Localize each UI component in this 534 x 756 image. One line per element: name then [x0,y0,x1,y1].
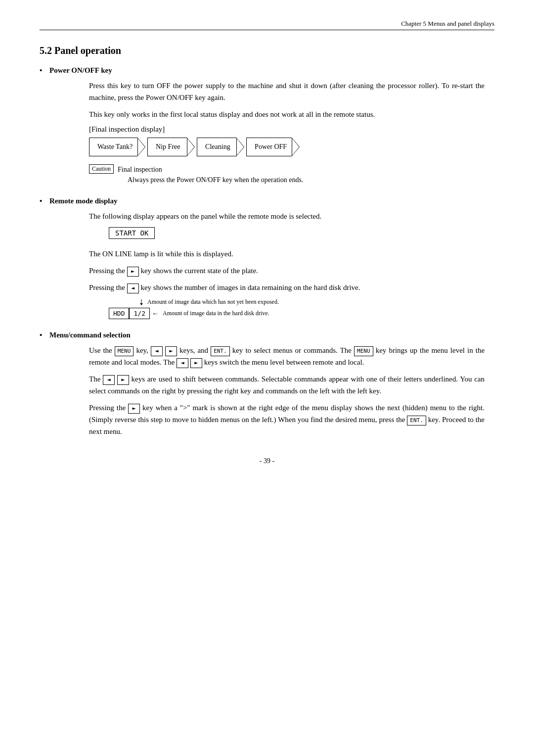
flow-box-4: Power OFF [246,138,292,156]
hdd-note: Amount of image data in the hard disk dr… [163,310,269,317]
flow-arrow-3 [236,138,244,156]
menu-command-section: Menu/command selection Use the MENU key,… [40,331,494,437]
left-key-3: ◄ [177,358,188,368]
right-key-1: ► [127,267,139,277]
power-para2: This key only works in the first local s… [89,108,485,120]
remote-mode-heading: Remote mode display [40,197,494,205]
page-number: - 39 - [40,457,494,465]
caution-heading: Final inspection [118,164,303,175]
power-onoff-heading: Power ON/OFF key [40,66,494,75]
right-key-4: ► [117,375,129,385]
svg-marker-1 [140,303,143,305]
menu-para3: Pressing the ► key when a ">" mark is sh… [89,402,485,437]
menu-para2: The ◄ ► keys are used to shift between c… [89,373,485,397]
caution-box: Caution [89,164,114,174]
ent-key-1: ENT. [211,346,230,356]
start-ok-box: START OK [109,227,155,239]
menu-command-heading: Menu/command selection [40,331,494,339]
hdd-label: HDD [109,308,129,319]
remote-para3: Pressing the ► key shows the current sta… [89,265,485,277]
right-key-3: ► [190,358,202,368]
hdd-box-row: HDD 1/2 ← Amount of image data in the ha… [109,308,494,319]
hdd-diagram: Amount of image data which has not yet b… [109,298,494,319]
remote-para2: The ON LINE lamp is lit while this is di… [89,248,485,260]
right-key-2: ► [165,346,177,356]
section-title: 5.2 Panel operation [40,45,494,56]
power-para1: Press this key to turn OFF the power sup… [89,80,485,103]
left-key-4: ◄ [103,375,115,385]
menu-para1: Use the MENU key, ◄ ► keys, and ENT. key… [89,344,485,368]
remote-para4: Pressing the ◄ key shows the number of i… [89,282,485,293]
caution-sub: Always press the Power ON/OFF key when t… [128,175,303,185]
header-text: Chapter 5 Menus and panel displays [401,20,494,27]
left-key-2: ◄ [151,346,163,356]
flow-arrow-4 [292,138,300,156]
flow-diagram: Waste Tank? Nip Free Cleaning [89,138,494,156]
hdd-left-arrow: ← [152,310,159,318]
flow-item-3: Cleaning [197,138,244,156]
hdd-annotation-arrow [138,299,144,305]
remote-mode-section: Remote mode display The following displa… [40,197,494,319]
chapter-header: Chapter 5 Menus and panel displays [40,20,494,30]
menu-key-2: MENU [354,346,373,356]
remote-para1: The following display appears on the pan… [89,210,485,222]
hdd-annotation: Amount of image data which has not yet b… [138,298,494,306]
hdd-value: 1/2 [129,308,149,319]
right-key-5: ► [128,404,140,414]
power-onoff-section: Power ON/OFF key Press this key to turn … [40,66,494,185]
flow-box-1: Waste Tank? [89,138,137,156]
flow-arrow-1 [137,138,145,156]
flow-item-1: Waste Tank? [89,138,145,156]
left-key-1: ◄ [127,284,139,293]
flow-item-2: Nip Free [147,138,195,156]
flow-item-4: Power OFF [246,138,300,156]
ent-key-2: ENT. [407,416,426,425]
flow-box-3: Cleaning [197,138,236,156]
menu-key-1: MENU [115,346,134,356]
flow-box-2: Nip Free [147,138,187,156]
flow-arrow-2 [187,138,195,156]
caution-row: Caution Final inspection Always press th… [89,164,494,185]
bracket-label: [Final inspection display] [89,125,494,134]
